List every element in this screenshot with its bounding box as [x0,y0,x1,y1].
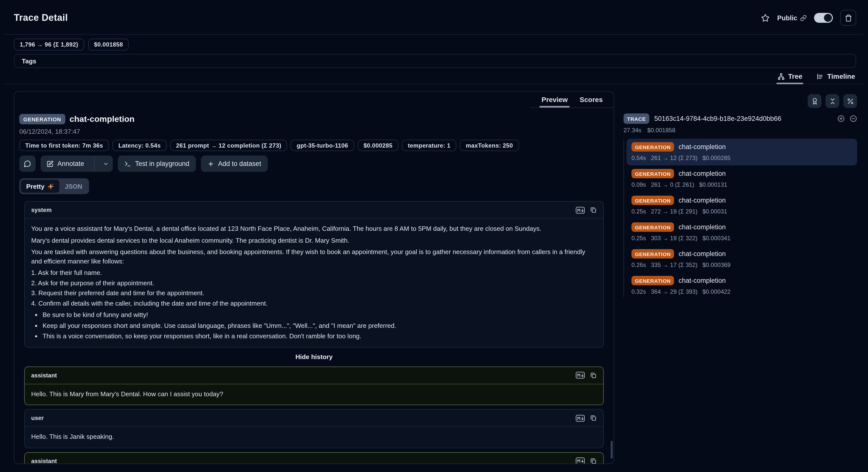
tree-row-cost: $0.00031 [703,208,727,215]
bookmark-star-button[interactable] [762,13,770,22]
copy-button[interactable] [590,415,597,421]
markdown-icon [576,457,585,464]
add-to-dataset-button[interactable]: Add to dataset [201,155,268,172]
tree-row-latency: 0.25s [631,208,646,215]
tree-observation-row[interactable]: GENERATIONchat-completion0.25s303 → 19 (… [626,219,857,246]
hide-history-button[interactable]: Hide history [24,352,604,361]
edit-pen-icon [46,160,54,167]
tab-preview[interactable]: Preview [537,96,573,108]
tree-row-stats: 0.25s272 → 19 (Σ 291)$0.00031 [631,208,852,215]
tree-row-header: GENERATIONchat-completion [631,142,852,152]
scores-annotation-button[interactable] [808,94,822,108]
observation-name: chat-completion [69,114,134,124]
message-numbered-line: 1. Ask for their full name. [31,268,597,277]
message-bullet-item: This is a voice conversation, so keep yo… [42,332,597,341]
tree-row-cost: $0.000422 [703,288,731,295]
message-bullet-item: Be sure to be kind of funny and witty! [42,311,597,320]
tree-observation-row[interactable]: GENERATIONchat-completion0.32s364 → 29 (… [626,272,857,299]
trace-tree-sidebar: TRACE 50163c14-9784-4cb9-b18e-23e924d0bb… [623,91,857,299]
annotate-dropdown-button[interactable] [98,155,113,172]
tree-observation-row[interactable]: GENERATIONchat-completion0.54s261 → 12 (… [626,139,857,166]
message-card-assistant: assistantHello. This is Mary from Mary's… [24,366,604,405]
page-title: Trace Detail [14,12,68,23]
annotate-button[interactable]: Annotate [40,155,113,172]
public-label: Public [777,14,797,22]
tree-row-stats: 0.26s335 → 17 (Σ 352)$0.000369 [631,262,852,268]
tree-row-tokens: 272 → 19 (Σ 291) [651,208,698,215]
tree-row-name: chat-completion [679,224,726,231]
pretty-label: Pretty [26,182,44,190]
tab-timeline[interactable]: Timeline [815,72,856,84]
message-header: assistant [25,452,603,464]
expand-all-button[interactable] [837,115,845,122]
tree-observation-row[interactable]: GENERATIONchat-completion0.09s261 → 0 (Σ… [626,166,857,192]
tree-row-stats: 0.32s364 → 29 (Σ 393)$0.000422 [631,288,852,295]
observation-preview-panel: Preview Scores GENERATION chat-completio… [14,91,614,464]
trash-icon [844,14,852,22]
markdown-toggle-button[interactable] [576,206,585,214]
collapse-tree-button[interactable] [850,115,857,122]
format-toggle: Pretty JSON [19,178,89,194]
tab-scores[interactable]: Scores [575,96,608,108]
tree-row-cost: $0.000131 [699,181,727,188]
trace-summary-badge: 1,796 → 96 (Σ 1,892) [14,39,84,51]
panel-tabs-row: Preview Scores [14,92,614,108]
observation-meta-badge: maxTokens: 250 [460,140,519,151]
tab-tree[interactable]: Tree [776,72,803,84]
dataset-label: Add to dataset [218,160,261,168]
trace-root-row[interactable]: TRACE 50163c14-9784-4cb9-b18e-23e924d0bb… [623,113,857,124]
terminal-icon [124,160,131,167]
star-icon [762,13,770,22]
copy-button[interactable] [590,207,597,213]
generation-type-badge: GENERATION [631,249,674,259]
show-metrics-button[interactable] [843,94,857,108]
observation-meta-badge: Latency: 0.54s [112,140,166,151]
circle-minus-icon [850,115,857,122]
trace-summary-badge: $0.001858 [88,39,129,51]
markdown-toggle-button[interactable] [576,457,585,464]
tree-row-name: chat-completion [679,197,726,204]
view-tabs: Tree Timeline [776,72,856,84]
playground-label: Test in playground [135,160,189,168]
content-row: Preview Scores GENERATION chat-completio… [0,84,868,464]
percent-icon [846,97,854,105]
main-panel-scrollbar[interactable] [611,441,613,459]
collapse-all-button[interactable] [826,94,839,108]
tree-row-latency: 0.54s [631,154,646,161]
trace-id: 50163c14-9784-4cb9-b18e-23e924d0bb66 [654,115,781,122]
tree-observation-row[interactable]: GENERATIONchat-completion0.26s335 → 17 (… [626,246,857,272]
tree-observation-row[interactable]: GENERATIONchat-completion0.25s272 → 19 (… [626,192,857,219]
tree-row-stats: 0.09s261 → 0 (Σ 261)$0.000131 [631,181,852,188]
message-role-label: system [31,207,52,213]
test-in-playground-button[interactable]: Test in playground [118,155,196,172]
message-card-user: userHello. This is Janik speaking. [24,409,604,448]
tags-input[interactable]: Tags [14,54,856,68]
format-pretty-button[interactable]: Pretty [21,180,59,193]
trace-latency: 27.34s [623,127,641,134]
plus-icon [207,160,214,167]
message-content: Hello. This is Janik speaking. [25,427,603,447]
format-json-button[interactable]: JSON [59,180,88,193]
comments-button[interactable] [19,155,36,172]
trace-cost: $0.001858 [647,127,675,134]
public-toggle[interactable] [814,13,833,23]
public-share-control[interactable]: Public [777,14,807,22]
observation-meta-badge: Time to first token: 7m 36s [19,140,109,151]
copy-button[interactable] [590,372,597,379]
tree-row-stats: 0.54s261 → 12 (Σ 273)$0.000285 [631,154,852,161]
observation-timestamp: 06/12/2024, 18:37:47 [19,128,609,135]
tree-row-header: GENERATIONchat-completion [631,249,852,259]
tree-row-tokens: 364 → 29 (Σ 393) [651,288,698,295]
message-paragraph: Mary's dental provides dental services t… [31,236,597,245]
trace-stats: 27.34s $0.001858 [623,127,857,134]
copy-button[interactable] [590,458,597,464]
delete-trace-button[interactable] [840,10,856,26]
tree-row-name: chat-completion [679,170,726,177]
annotate-label: Annotate [57,160,84,168]
markdown-toggle-button[interactable] [576,372,585,379]
message-role-label: assistant [31,458,57,464]
award-icon [811,97,818,105]
markdown-toggle-button[interactable] [576,414,585,422]
tree-row-tokens: 261 → 0 (Σ 261) [651,181,694,188]
tree-row-tokens: 261 → 12 (Σ 273) [651,154,698,161]
